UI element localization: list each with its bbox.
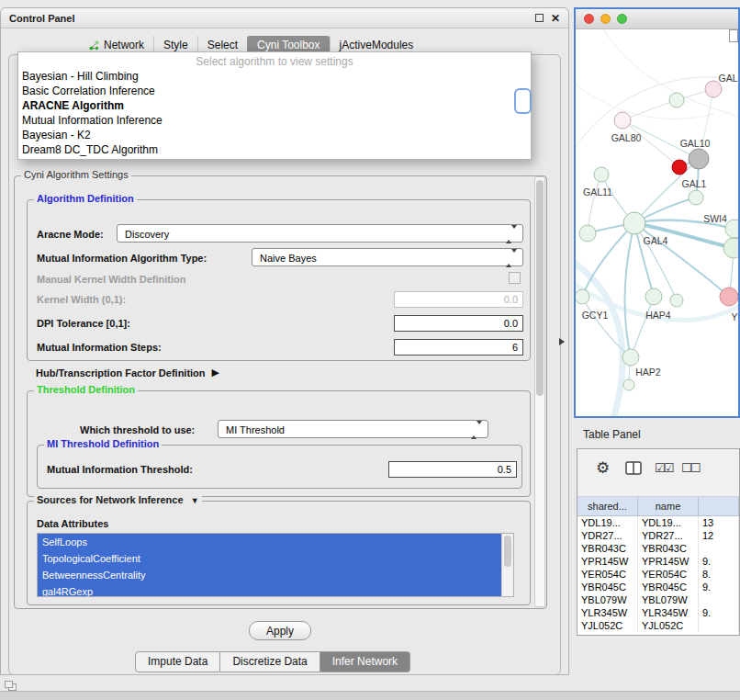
mac-close-button[interactable] bbox=[584, 14, 594, 24]
table-cell[interactable]: YJL052C bbox=[638, 619, 699, 632]
table-row[interactable]: YBR045CYBR045C9. bbox=[577, 581, 739, 593]
control-panel-titlebar[interactable]: Control Panel ✕ bbox=[1, 8, 568, 28]
algorithm-option-bayesian-hill-climbing[interactable]: Bayesian - Hill Climbing bbox=[18, 69, 531, 84]
header-cell-shared[interactable]: shared... bbox=[577, 497, 638, 515]
settings-scrollbar[interactable] bbox=[534, 176, 545, 607]
network-canvas[interactable]: GALGAL80GAL10GAL11GAL1SWI4GAL4GCY1HAP4YH… bbox=[576, 29, 738, 416]
table-row[interactable]: YBR043CYBR043C bbox=[577, 542, 739, 555]
table-cell[interactable]: YLR345W bbox=[638, 606, 699, 619]
table-cell[interactable]: YBL079W bbox=[577, 593, 638, 606]
network-node-gcy1[interactable] bbox=[576, 289, 589, 304]
bottom-tab-discretize-data[interactable]: Discretize Data bbox=[220, 651, 320, 672]
table-row[interactable]: YJL052CYJL052C bbox=[577, 619, 739, 632]
attribute-item-gal4rgexp[interactable]: gal4RGexp bbox=[38, 583, 501, 597]
attribute-item-betweennesscentrality[interactable]: BetweennessCentrality bbox=[38, 567, 501, 583]
network-canvas-svg[interactable]: GALGAL80GAL10GAL11GAL1SWI4GAL4GCY1HAP4YH… bbox=[576, 29, 738, 416]
network-edge[interactable] bbox=[625, 223, 634, 357]
manual-kernel-checkbox[interactable] bbox=[509, 272, 521, 284]
table-row[interactable]: YER054CYER054C8. bbox=[577, 568, 739, 581]
header-cell-2[interactable] bbox=[699, 497, 739, 515]
network-window-titlebar[interactable] bbox=[576, 9, 738, 29]
table-row[interactable]: YDL19...YDL19...13 bbox=[577, 516, 739, 529]
algorithm-option-dream8-dc-tdc-algorithm[interactable]: Dream8 DC_TDC Algorithm bbox=[18, 142, 531, 157]
network-node-gal1[interactable] bbox=[689, 190, 703, 205]
select-all-icon[interactable]: ☑☑ bbox=[655, 461, 672, 475]
attribute-item-topologicalcoefficient[interactable]: TopologicalCoefficient bbox=[38, 550, 501, 567]
gear-icon[interactable]: ⚙ bbox=[596, 458, 610, 478]
table-cell[interactable]: YDR27... bbox=[577, 529, 638, 542]
table-cell[interactable]: YBR043C bbox=[577, 542, 638, 555]
table-cell[interactable]: YDR27... bbox=[638, 529, 699, 542]
apply-button[interactable]: Apply bbox=[249, 621, 311, 640]
network-node[interactable] bbox=[723, 238, 738, 258]
algorithm-option-bayesian-k2[interactable]: Bayesian - K2 bbox=[18, 128, 531, 142]
network-edge[interactable] bbox=[631, 297, 654, 357]
network-node[interactable] bbox=[669, 93, 684, 107]
sources-group-title[interactable]: Sources for Network Inference ▼ bbox=[34, 494, 202, 505]
overview-box[interactable] bbox=[729, 29, 738, 42]
network-node-y[interactable] bbox=[720, 288, 738, 306]
table-cell[interactable]: YDL19... bbox=[638, 516, 699, 529]
table-cell[interactable]: YDL19... bbox=[577, 516, 638, 529]
table-cell[interactable]: 13 bbox=[699, 516, 739, 529]
table-cell[interactable]: YER054C bbox=[577, 568, 638, 581]
network-node-swi4[interactable] bbox=[725, 220, 738, 238]
network-node[interactable] bbox=[623, 379, 634, 390]
header-cell-name[interactable]: name bbox=[638, 497, 699, 515]
table-cell[interactable]: YER054C bbox=[638, 568, 699, 581]
float-window-icon[interactable] bbox=[535, 14, 544, 22]
settings-scrollbar-thumb[interactable] bbox=[536, 180, 544, 396]
network-edge[interactable] bbox=[634, 159, 699, 223]
table-cell[interactable]: 9. bbox=[699, 581, 739, 593]
algorithm-option-mutual-information-inference[interactable]: Mutual Information Inference bbox=[18, 113, 531, 128]
table-cell[interactable]: YBR045C bbox=[577, 581, 638, 593]
network-edge[interactable] bbox=[588, 175, 601, 233]
mac-minimize-button[interactable] bbox=[600, 14, 611, 24]
network-node[interactable] bbox=[579, 225, 596, 242]
table-cell[interactable]: YBR045C bbox=[638, 581, 699, 593]
network-node-hap4[interactable] bbox=[645, 288, 662, 305]
table-row[interactable]: YLR345WYLR345W9. bbox=[577, 606, 739, 619]
table-cell[interactable] bbox=[699, 619, 739, 632]
columns-icon[interactable] bbox=[625, 461, 642, 477]
table-cell[interactable]: YPR145W bbox=[638, 555, 699, 568]
mac-zoom-button[interactable] bbox=[617, 14, 627, 24]
algorithm-option-basic-correlation-inference[interactable]: Basic Correlation Inference bbox=[18, 84, 531, 98]
algorithm-option-aracne-algorithm[interactable]: ARACNE Algorithm bbox=[18, 98, 531, 113]
splitter-arrow-icon[interactable] bbox=[559, 338, 565, 345]
hub-definition-toggle[interactable]: Hub/Transcription Factor Definition ▶ bbox=[36, 367, 219, 378]
table-cell[interactable]: YLR345W bbox=[577, 606, 638, 619]
table-cell[interactable]: 9. bbox=[699, 555, 739, 568]
table-row[interactable]: YPR145WYPR145W9. bbox=[577, 555, 739, 568]
attributes-scrollbar[interactable] bbox=[501, 534, 513, 596]
network-edge[interactable] bbox=[622, 120, 679, 167]
mi-steps-input[interactable] bbox=[394, 339, 523, 356]
table-cell[interactable]: YBR043C bbox=[638, 542, 699, 555]
attributes-scrollbar-thumb[interactable] bbox=[504, 536, 511, 567]
data-attributes-list[interactable]: SelfLoopsTopologicalCoefficientBetweenne… bbox=[37, 533, 514, 597]
aracne-mode-select[interactable]: Discovery bbox=[117, 224, 523, 243]
table-cell[interactable] bbox=[699, 542, 739, 555]
close-icon[interactable]: ✕ bbox=[551, 13, 560, 24]
mi-type-select[interactable]: Naive Bayes bbox=[252, 248, 523, 266]
network-node[interactable] bbox=[670, 294, 683, 307]
network-edge[interactable] bbox=[576, 264, 622, 416]
table-cell[interactable]: 12 bbox=[699, 529, 739, 542]
minimized-window-icon[interactable] bbox=[5, 681, 17, 691]
table-cell[interactable] bbox=[699, 593, 739, 606]
bottom-tab-impute-data[interactable]: Impute Data bbox=[135, 651, 220, 672]
table-cell[interactable]: YJL052C bbox=[577, 619, 638, 632]
network-node-hap2[interactable] bbox=[622, 349, 639, 366]
network-node-gal4[interactable] bbox=[623, 212, 645, 234]
table-cell[interactable]: 8. bbox=[699, 568, 739, 581]
network-node[interactable] bbox=[672, 160, 687, 175]
dpi-tolerance-input[interactable] bbox=[394, 315, 523, 332]
mi-threshold-input[interactable] bbox=[388, 461, 517, 478]
which-threshold-select[interactable]: MI Threshold bbox=[218, 420, 488, 438]
network-node-gal11[interactable] bbox=[594, 167, 609, 182]
table-cell[interactable]: 9. bbox=[699, 606, 739, 619]
table-row[interactable]: YDR27...YDR27...12 bbox=[577, 529, 739, 542]
bottom-tab-infer-network[interactable]: Infer Network bbox=[320, 651, 410, 672]
table-cell[interactable]: YPR145W bbox=[577, 555, 638, 568]
kernel-width-input[interactable] bbox=[394, 291, 523, 308]
